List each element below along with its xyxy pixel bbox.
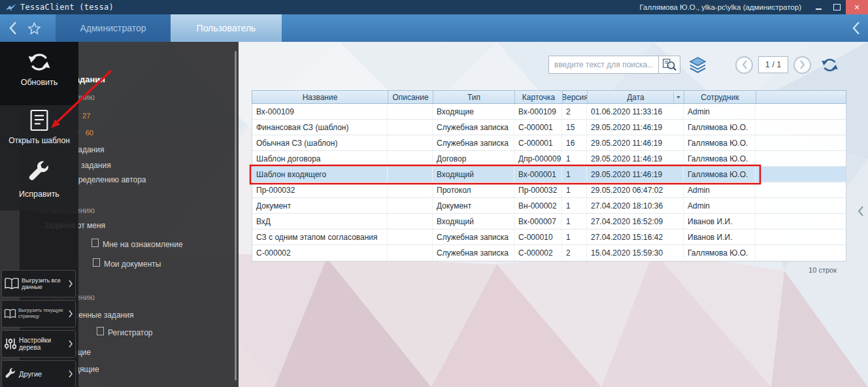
chevron-right-icon (68, 279, 73, 288)
fix-button[interactable]: Исправить (0, 151, 78, 210)
tree-item[interactable]: задания (81, 161, 111, 170)
table-row[interactable]: Пр-000032ПротоколПр-000032129.05.2020 06… (252, 182, 846, 198)
table-cell: 27.04.2020 18:10:36 (587, 198, 684, 213)
prev-page-button[interactable] (735, 56, 753, 74)
column-header-label: Название (303, 93, 338, 102)
tree-settings-button[interactable]: Настройки дерева (1, 330, 76, 358)
document-icon (92, 239, 99, 247)
document-icon (97, 327, 104, 335)
table-cell: ВхД (252, 214, 388, 229)
table-row[interactable]: Обычная СЗ (шаблон)Служебная запискаС-00… (252, 135, 846, 151)
refresh-button[interactable]: Обновить (0, 42, 78, 105)
column-header-6[interactable]: Дата (588, 91, 684, 103)
table-cell (756, 104, 846, 119)
tree-item[interactable]: Мне на ознакомление (92, 239, 183, 249)
favorites-star-icon[interactable] (27, 22, 41, 35)
tree-scrollbar[interactable] (235, 51, 237, 380)
table-cell (388, 214, 433, 229)
tab-administrator[interactable]: Администратор (56, 14, 171, 42)
refresh-icon (821, 56, 839, 74)
table-cell: Галлямова Ю.О. (684, 245, 756, 261)
table-row[interactable]: С-000002Служебная запискаС-000002215.04.… (252, 245, 846, 261)
next-page-button[interactable] (793, 56, 811, 74)
open-template-button[interactable]: Открыть шаблон (0, 105, 78, 151)
table-cell: 16 (562, 135, 587, 150)
views-button[interactable] (689, 57, 707, 73)
table-cell: С-000001 (514, 135, 562, 150)
table-cell: 29.05.2020 11:46:19 (587, 120, 684, 135)
table-cell: Протокол (433, 182, 514, 197)
table-row[interactable]: Шаблон договораДоговорДпр-000009129.05.2… (252, 151, 846, 167)
table-cell: Вх-000007 (514, 214, 562, 229)
document-icon (93, 258, 100, 267)
maximize-button[interactable] (827, 0, 846, 14)
minimize-button[interactable] (809, 0, 827, 14)
table-cell: Входящие (433, 104, 514, 119)
button-label: Выгрузить текущую страницу (18, 308, 66, 319)
tree-item-count: 27 (82, 112, 90, 120)
date-sort-dropdown-icon[interactable] (673, 92, 683, 103)
table-cell: Admin (684, 104, 756, 119)
search-input[interactable] (548, 56, 658, 74)
table-cell (756, 182, 846, 197)
table-cell: С-000010 (514, 229, 562, 244)
table-cell: 29.05.2020 06:47:02 (587, 182, 684, 197)
export-all-button[interactable]: Выгрузить все данные (1, 270, 76, 297)
table-cell (388, 151, 433, 166)
button-label: Выгрузить все данные (22, 277, 66, 291)
column-header-5[interactable]: Версия (563, 91, 588, 103)
table-cell: Дпр-000009 (514, 151, 562, 166)
column-header-2[interactable]: Описание (388, 91, 433, 103)
column-header-1[interactable]: Название (252, 91, 388, 103)
table-cell: 2 (562, 245, 587, 261)
table-cell (388, 229, 433, 244)
tab-strip-collapse-icon[interactable] (852, 21, 860, 35)
app-logo-icon (5, 3, 16, 12)
other-actions-button[interactable]: Другие (1, 360, 76, 387)
column-header-label: Дата (627, 93, 644, 102)
table-cell: С-000001 (514, 120, 562, 135)
button-label: Исправить (19, 190, 59, 199)
table-cell: 1 (562, 182, 587, 197)
table-cell (756, 229, 846, 244)
table-cell: Финансовая СЗ (шаблон) (252, 120, 388, 135)
table-cell: Галлямова Ю.О. (684, 151, 756, 166)
table-row[interactable]: ВхДВходящийВх-000007127.04.2020 16:52:09… (252, 214, 846, 229)
column-header-4[interactable]: Карточка (515, 91, 563, 103)
export-page-button[interactable]: Выгрузить текущую страницу (1, 300, 76, 328)
window-title: TessaClient (tessa) (20, 3, 114, 12)
column-header-label: Карточка (522, 93, 555, 102)
refresh-view-button[interactable] (821, 56, 839, 74)
table-cell: Договор (433, 151, 514, 166)
tree-item-label: задания (81, 161, 111, 170)
table-row[interactable]: Шаблон входящегоВходящийВх-000001129.05.… (252, 167, 846, 182)
tab-label: Администратор (80, 23, 146, 33)
main-area: Мои заданияПо завершениюВ работе27Все60З… (0, 42, 868, 387)
tree-item[interactable]: Мои документы (93, 258, 161, 269)
tab-label: Пользователь (197, 23, 256, 33)
table-cell (388, 182, 433, 197)
column-header-label: Описание (392, 93, 428, 102)
table-cell: 29.05.2020 11:46:19 (587, 151, 684, 166)
table-cell: Иванов И.И. (684, 214, 756, 229)
column-header-filler[interactable] (756, 91, 847, 103)
nav-back-icon[interactable] (9, 21, 17, 35)
table-row[interactable]: ДокументДокументВн-000002127.04.2020 18:… (252, 198, 846, 214)
button-label: Открыть шаблон (8, 136, 70, 145)
tree-item[interactable]: Регистратор (97, 327, 153, 337)
button-label: Обновить (21, 78, 58, 87)
search-icon (662, 58, 676, 72)
column-header-7[interactable]: Сотрудник (684, 91, 756, 103)
tab-user[interactable]: Пользователь (171, 14, 282, 42)
table-row[interactable]: Финансовая СЗ (шаблон)Служебная запискаС… (252, 120, 846, 135)
search-button[interactable] (658, 56, 680, 74)
column-header-3[interactable]: Тип (433, 91, 515, 103)
chevron-right-icon (68, 369, 73, 379)
table-row[interactable]: Вх-000109ВходящиеВх-000109201.06.2020 11… (252, 104, 846, 120)
table-row[interactable]: СЗ с одним этапом согласованияСлужебная … (252, 229, 846, 245)
panel-collapse-icon[interactable] (858, 205, 864, 217)
row-count-label: 10 строк (809, 266, 837, 274)
close-button[interactable]: × (846, 0, 868, 14)
button-label: Настройки дерева (19, 337, 66, 352)
table-cell (756, 214, 846, 229)
